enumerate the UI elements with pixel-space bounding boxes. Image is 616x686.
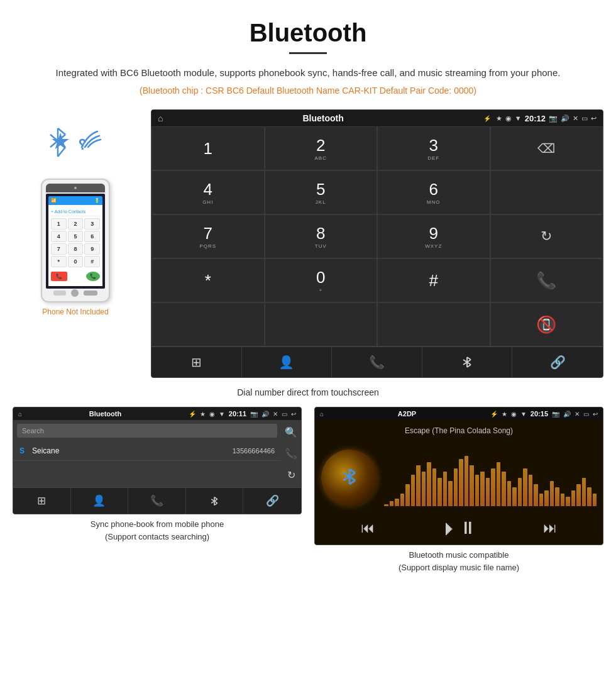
pb-cam-icon[interactable]: 📷 (250, 411, 258, 418)
music-cam-icon[interactable]: 📷 (552, 411, 559, 418)
bottom-contacts-btn[interactable]: 👤 (242, 347, 333, 377)
status-icons: ★ ◉ ▼ 20:12 📷 🔊 ✕ ▭ ↩ (496, 114, 597, 123)
music-next-btn[interactable]: ⏭ (543, 520, 557, 536)
pb-time: 20:11 (229, 410, 246, 418)
camera-icon[interactable]: 📷 (549, 114, 558, 123)
phone-key-0[interactable]: 0 (68, 256, 84, 267)
dial-screen-title: Bluetooth (168, 113, 478, 123)
phone-key-5[interactable]: 5 (68, 231, 84, 242)
close-icon[interactable]: ✕ (573, 114, 578, 123)
visualizer-bar (518, 478, 522, 506)
pb-bt-nav-btn[interactable] (186, 488, 244, 514)
pb-vol-icon[interactable]: 🔊 (261, 411, 269, 418)
visualizer-bar (566, 497, 570, 506)
phonebook-list: Search S Seicane 13566664466 (13, 420, 281, 487)
pb-back-icon[interactable]: ↩ (291, 411, 296, 418)
wifi-waves-icon: ␦ (75, 122, 104, 153)
music-vol-icon[interactable]: 🔊 (563, 411, 571, 418)
dial-key-hash[interactable]: # (377, 258, 490, 302)
pb-close-icon[interactable]: ✕ (273, 411, 278, 418)
music-bt-logo-icon (340, 467, 359, 486)
bottom-bluetooth-btn[interactable] (422, 347, 513, 377)
pb-link-btn[interactable]: 🔗 (243, 488, 301, 514)
pb-bottom-bar: ⊞ 👤 📞 🔗 (13, 487, 301, 514)
dial-key-8[interactable]: 8TUV (265, 214, 378, 258)
dial-key-5[interactable]: 5JKL (265, 170, 378, 214)
battery-icon: 🔋 (94, 198, 100, 203)
phone-call-btn[interactable]: 📞 (86, 272, 100, 281)
dial-status-bar: ⌂ Bluetooth ⚡ ★ ◉ ▼ 20:12 📷 🔊 ✕ ▭ ↩ (151, 110, 603, 126)
dial-end-call-btn[interactable]: 📵 (490, 302, 603, 346)
phone-top-bar (46, 184, 105, 192)
visualizer-bar (427, 462, 431, 506)
visualizer-bar (443, 472, 448, 506)
dial-call-green-btn[interactable]: 📞 (490, 258, 603, 302)
dial-refresh-btn[interactable]: ↻ (490, 214, 603, 258)
empty-3 (265, 302, 378, 346)
music-close-icon[interactable]: ✕ (575, 411, 580, 418)
bottom-apps-btn[interactable]: ⊞ (151, 347, 242, 377)
pb-call-icon[interactable]: 📞 (285, 448, 297, 460)
visualizer-bar (411, 475, 415, 506)
phone-menu-btn[interactable] (84, 290, 97, 296)
dial-key-2[interactable]: 2ABC (265, 126, 378, 170)
bottom-link-btn[interactable]: 🔗 (512, 347, 603, 377)
dial-key-7[interactable]: 7PQRS (151, 214, 265, 258)
visualizer-bar (405, 484, 410, 506)
home-icon[interactable]: ⌂ (158, 113, 163, 123)
title-underline (289, 52, 327, 54)
dial-key-3[interactable]: 3DEF (377, 126, 490, 170)
dial-key-star[interactable]: * (151, 258, 265, 302)
pb-refresh-icon[interactable]: ↻ (287, 469, 295, 481)
pb-search-icon[interactable]: 🔍 (285, 426, 297, 438)
back-icon[interactable]: ↩ (591, 114, 597, 123)
dial-key-6[interactable]: 6MNO (377, 170, 490, 214)
music-win-icon[interactable]: ▭ (583, 411, 589, 418)
music-body: ♪ (315, 445, 603, 511)
phone-key-7[interactable]: 7 (51, 243, 67, 255)
volume-icon[interactable]: 🔊 (561, 114, 569, 123)
phone-home-btn[interactable] (71, 289, 79, 297)
visualizer-bar (529, 475, 533, 506)
visualizer-bar (576, 484, 581, 506)
dial-backspace-btn[interactable]: ⌫ (490, 126, 603, 170)
dial-key-0[interactable]: 0+ (265, 258, 378, 302)
dial-key-4[interactable]: 4GHI (151, 170, 265, 214)
pb-home-icon[interactable]: ⌂ (18, 411, 22, 418)
dial-key-9[interactable]: 9WXYZ (377, 214, 490, 258)
phone-key-6[interactable]: 6 (84, 231, 100, 242)
music-status-bar: ⌂ A2DP ⚡ ★ ◉ ▼ 20:15 📷 🔊 ✕ ▭ ↩ (315, 407, 603, 420)
pb-person-btn[interactable]: 👤 (71, 488, 129, 514)
visualizer-bar (432, 468, 437, 506)
window-icon[interactable]: ▭ (581, 114, 588, 123)
phone-key-2[interactable]: 2 (68, 218, 84, 230)
pb-search-field[interactable]: Search (17, 424, 277, 438)
music-loc-icon: ◉ (511, 411, 517, 418)
wifi-status-icon: ▼ (515, 114, 522, 122)
dial-empty-1 (490, 170, 603, 214)
phone-key-8[interactable]: 8 (68, 243, 84, 255)
music-home-icon[interactable]: ⌂ (320, 411, 324, 418)
music-back-icon[interactable]: ↩ (593, 411, 598, 418)
visualizer-bar (512, 487, 517, 506)
pb-contact-row[interactable]: S Seicane 13566664466 (13, 441, 281, 461)
pb-bt-icon: ★ (200, 411, 206, 418)
pb-win-icon[interactable]: ▭ (282, 411, 287, 418)
pb-call-nav-btn[interactable]: 📞 (128, 488, 186, 514)
phone-key-1[interactable]: 1 (51, 218, 67, 230)
music-play-pause-btn[interactable]: ⏵⏸ (441, 517, 476, 538)
phone-key-3[interactable]: 3 (84, 218, 100, 230)
usb-icon: ⚡ (483, 115, 491, 122)
dial-key-1[interactable]: 1 (151, 126, 265, 170)
phone-key-star[interactable]: * (51, 256, 67, 267)
music-prev-btn[interactable]: ⏮ (361, 520, 375, 536)
visualizer-bar (561, 494, 565, 506)
phone-end-btn[interactable]: 📞 (51, 272, 67, 281)
phone-back-btn[interactable] (53, 290, 66, 296)
pb-apps-btn[interactable]: ⊞ (13, 488, 71, 514)
phone-key-4[interactable]: 4 (51, 231, 67, 242)
pb-bt-nav-icon (209, 496, 219, 506)
phone-key-9[interactable]: 9 (84, 243, 100, 255)
phone-key-hash[interactable]: # (84, 256, 100, 267)
bottom-calls-btn[interactable]: 📞 (332, 347, 422, 377)
